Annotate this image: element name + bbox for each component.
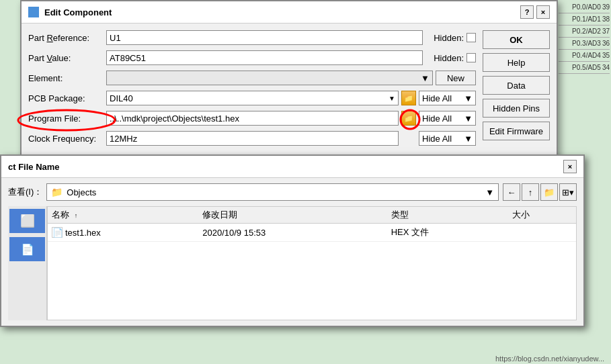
help-button[interactable]: Help	[483, 53, 550, 72]
pin-label: P0.5/AD5	[572, 64, 601, 71]
clock-hide-all-arrow: ▼	[464, 134, 473, 144]
svg-point-0	[18, 110, 115, 130]
file-size-cell	[508, 224, 576, 242]
file-sidebar: ⬜ 📄	[8, 206, 47, 320]
pin-num: 34	[602, 64, 610, 71]
dialog-body: Part Reference: Hidden: Part Value: Hidd…	[22, 24, 557, 158]
col-size-header[interactable]: 大小	[508, 207, 576, 224]
col-type-header[interactable]: 类型	[387, 207, 509, 224]
part-reference-hidden-checkbox[interactable]	[466, 33, 476, 42]
data-button[interactable]: Data	[483, 76, 550, 95]
program-file-select-group: 📁 Hide All ▼	[106, 111, 476, 126]
hidden-pins-button[interactable]: Hidden Pins	[483, 99, 550, 118]
pin-label: P0.0/AD0	[572, 3, 601, 11]
col-name-header[interactable]: 名称 ↑	[48, 207, 198, 224]
clock-frequency-input[interactable]	[106, 131, 399, 146]
browse-icon: 📁	[404, 94, 413, 103]
titlebar-buttons: ? ×	[520, 5, 550, 19]
location-arrow: ▼	[485, 187, 494, 197]
pin-label: P0.3/AD3	[572, 40, 601, 47]
pcb-hide-all-label: Hide All	[422, 93, 452, 103]
close-btn[interactable]: ×	[536, 5, 550, 19]
pin-row: P0.3/AD3 36	[559, 38, 610, 50]
location-select[interactable]: 📁 Objects ▼	[46, 183, 499, 201]
pin-num: 35	[602, 52, 610, 59]
clock-frequency-row: Clock Frequency: Hide All ▼	[28, 131, 476, 146]
program-file-browse-button[interactable]: 📁	[401, 111, 416, 126]
dialog-titlebar: Edit Component ? ×	[22, 1, 557, 24]
pin-row: P0.2/AD2 37	[559, 26, 610, 38]
pcb-package-label: PCB Package:	[28, 93, 102, 103]
sidebar-icon-1: ⬜	[20, 214, 35, 228]
part-value-row: Part Value: Hidden:	[28, 50, 476, 65]
edit-component-dialog: Edit Component ? × Part Reference: Hidde…	[20, 0, 558, 159]
pcb-pins-area: P0.0/AD0 39 P0.1/AD1 38 P0.2/AD2 37 P0.3…	[557, 0, 611, 168]
form-section: Part Reference: Hidden: Part Value: Hidd…	[28, 30, 476, 151]
program-file-input[interactable]	[106, 111, 399, 126]
table-row[interactable]: 📄 test1.hex 2020/10/9 15:53 HEX 文件	[48, 224, 576, 242]
edit-firmware-button[interactable]: Edit Firmware	[483, 122, 550, 140]
help-icon-btn[interactable]: ?	[520, 5, 534, 19]
sidebar-item-2[interactable]: 📄	[9, 237, 45, 261]
pcb-hide-all-select[interactable]: Hide All ▼	[419, 91, 476, 105]
nav-up-btn[interactable]: ↑	[522, 183, 539, 201]
part-reference-label: Part Reference:	[28, 33, 102, 43]
file-table: 名称 ↑ 修改日期 类型 大小	[48, 207, 576, 242]
sidebar-item-1[interactable]: ⬜	[9, 209, 45, 233]
file-dialog-body: 查看(I)： 📁 Objects ▼ ← ↑ 📁 ⊞▾ ⬜	[1, 178, 583, 326]
element-dropdown-arrow: ▼	[421, 73, 430, 83]
pin-row: P0.1/AD1 38	[559, 13, 610, 26]
folder-icon: 📁	[51, 187, 63, 197]
pin-label: P0.1/AD1	[572, 15, 601, 23]
pin-num: 38	[602, 15, 610, 23]
part-reference-input[interactable]	[106, 30, 423, 45]
location-label: 查看(I)：	[8, 186, 42, 198]
file-dialog-close-btn[interactable]: ×	[563, 160, 577, 173]
pcb-browse-button[interactable]: 📁	[401, 91, 416, 105]
sidebar-icon-2: 📄	[21, 243, 34, 256]
nav-new-folder-btn[interactable]: 📁	[540, 183, 558, 201]
file-icon: 📄	[52, 227, 63, 238]
file-location-row: 查看(I)： 📁 Objects ▼ ← ↑ 📁 ⊞▾	[8, 183, 577, 201]
file-open-dialog: ct File Name × 查看(I)： 📁 Objects ▼ ← ↑ 📁 …	[0, 154, 585, 327]
file-main-area: ⬜ 📄 名称 ↑ 修改日期	[8, 206, 577, 320]
pcb-package-value: DIL40	[110, 93, 133, 103]
location-value: Objects	[67, 187, 96, 197]
file-name: test1.hex	[65, 228, 101, 238]
pcb-package-select[interactable]: DIL40 ▼	[106, 91, 399, 105]
nav-back-btn[interactable]: ←	[503, 183, 520, 201]
titlebar-left: Edit Component	[28, 7, 112, 17]
element-select[interactable]: ▼	[106, 71, 433, 85]
pin-row: P0.5/AD5 34	[559, 62, 610, 74]
part-value-label: Part Value:	[28, 53, 102, 63]
part-value-hidden-checkbox[interactable]	[466, 53, 476, 62]
pin-label: P0.4/AD4	[572, 52, 601, 59]
red-circle-annotation	[16, 108, 120, 132]
pcb-package-arrow: ▼	[389, 95, 395, 102]
nav-view-btn[interactable]: ⊞▾	[559, 183, 577, 201]
clock-hide-all-select[interactable]: Hide All ▼	[419, 131, 476, 146]
program-file-label: Program File:	[28, 113, 102, 124]
hidden-label-2: Hidden:	[434, 53, 464, 63]
part-reference-row: Part Reference: Hidden:	[28, 30, 476, 45]
col-modified-header[interactable]: 修改日期	[198, 207, 386, 224]
program-file-row: Program File: 📁	[28, 111, 476, 126]
dialog-title: Edit Component	[44, 7, 112, 17]
new-button[interactable]: New	[436, 71, 476, 85]
pin-num: 37	[602, 28, 610, 35]
clock-frequency-label: Clock Frequency:	[28, 134, 102, 144]
hidden-label-1: Hidden:	[434, 33, 464, 43]
nav-buttons: ← ↑ 📁 ⊞▾	[503, 183, 577, 201]
element-row: Element: ▼ New	[28, 71, 476, 85]
element-label: Element:	[28, 73, 102, 83]
part-value-input[interactable]	[106, 50, 423, 65]
sort-arrow: ↑	[75, 212, 78, 219]
pin-label: P0.2/AD2	[572, 28, 601, 35]
watermark: https://blog.csdn.net/xianyudew...	[495, 355, 604, 363]
file-type-cell: HEX 文件	[387, 224, 509, 242]
program-hide-all-select[interactable]: Hide All ▼	[419, 111, 476, 126]
ok-button[interactable]: OK	[483, 30, 550, 49]
pcb-package-row: PCB Package: DIL40 ▼ 📁 Hide All ▼	[28, 91, 476, 105]
component-icon	[28, 7, 39, 17]
element-input-group: ▼ New	[106, 71, 476, 85]
